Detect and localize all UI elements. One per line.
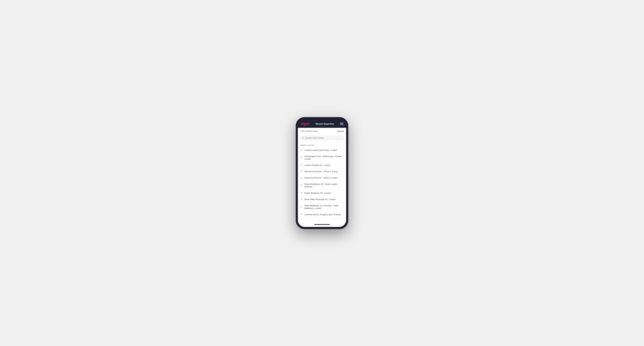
phone-notch bbox=[315, 121, 329, 122]
svg-point-11 bbox=[301, 214, 302, 214]
list-item[interactable]: Richmond Park GC - Prince's, Surrey bbox=[298, 169, 346, 175]
main-content: Find a Golf Course Cancel Nearby courses bbox=[298, 128, 346, 222]
list-item[interactable]: Coombe Hill GC, Kingston upon Thames bbox=[298, 211, 346, 218]
nearby-section-label: Nearby courses bbox=[298, 142, 346, 147]
course-name: London Scottish GC, London bbox=[304, 164, 330, 167]
svg-point-7 bbox=[301, 185, 302, 185]
svg-point-3 bbox=[301, 157, 302, 158]
svg-point-10 bbox=[301, 206, 302, 207]
pin-icon bbox=[300, 164, 303, 167]
find-golf-title: Find a Golf Course bbox=[300, 130, 318, 132]
list-item[interactable]: London Scottish GC, London bbox=[298, 162, 346, 169]
list-item[interactable]: Brent Valley Municipal GC, London bbox=[298, 196, 346, 203]
svg-point-2 bbox=[301, 150, 302, 150]
svg-line-1 bbox=[304, 138, 304, 139]
list-item[interactable]: Central London Golf Centre, London bbox=[298, 147, 346, 154]
course-name: Dukes Meadows GC, London bbox=[304, 192, 331, 194]
svg-point-5 bbox=[301, 171, 302, 171]
svg-point-4 bbox=[301, 165, 302, 165]
search-input[interactable] bbox=[305, 137, 342, 139]
search-input-wrap[interactable] bbox=[300, 136, 344, 140]
pin-icon bbox=[300, 157, 303, 159]
list-item[interactable]: Royal Wimbledon GC, Great London Authori… bbox=[298, 181, 346, 190]
menu-icon[interactable] bbox=[340, 123, 343, 125]
home-indicator bbox=[298, 222, 346, 227]
pin-icon bbox=[300, 198, 303, 200]
search-icon bbox=[302, 137, 304, 139]
svg-point-8 bbox=[301, 192, 302, 193]
course-name: Coombe Hill GC, Kingston upon Thames bbox=[304, 213, 341, 216]
course-name: Royal Wimbledon GC, Great London Authori… bbox=[304, 183, 344, 188]
svg-point-6 bbox=[301, 177, 302, 178]
course-name: Roehampton Club - Roehampton, Greater Lo… bbox=[304, 155, 344, 160]
list-item[interactable]: Roehampton Club - Roehampton, Greater Lo… bbox=[298, 153, 346, 162]
svg-point-9 bbox=[301, 199, 302, 199]
pin-icon bbox=[300, 149, 303, 152]
pin-icon bbox=[300, 213, 303, 216]
course-name: North Middlesex GC (1011942 - North Midd… bbox=[304, 204, 344, 210]
pin-icon bbox=[300, 177, 303, 179]
pin-icon bbox=[300, 192, 303, 194]
phone-frame: clippd Recent Searches Find a Golf Cours… bbox=[296, 117, 348, 229]
top-navbar: clippd Recent Searches bbox=[298, 119, 346, 128]
phone-screen: clippd Recent Searches Find a Golf Cours… bbox=[298, 119, 346, 227]
list-item[interactable]: Richmond Park GC - Duke's, London bbox=[298, 175, 346, 181]
list-item[interactable]: North Middlesex GC (1011942 - North Midd… bbox=[298, 203, 346, 211]
course-name: Central London Golf Centre, London bbox=[304, 149, 337, 152]
home-bar bbox=[314, 224, 330, 225]
course-name: Richmond Park GC - Duke's, London bbox=[304, 176, 338, 179]
search-container bbox=[298, 134, 346, 142]
app-logo: clippd bbox=[301, 122, 310, 126]
pin-icon bbox=[300, 206, 303, 208]
course-list: Central London Golf Centre, London Roeha… bbox=[298, 147, 346, 218]
header-title: Recent Searches bbox=[316, 123, 334, 125]
pin-icon bbox=[300, 171, 303, 173]
cancel-button[interactable]: Cancel bbox=[337, 130, 344, 133]
course-name: Richmond Park GC - Prince's, Surrey bbox=[304, 170, 338, 173]
pin-icon bbox=[300, 184, 303, 187]
list-item[interactable]: Dukes Meadows GC, London bbox=[298, 190, 346, 196]
find-golf-header: Find a Golf Course Cancel bbox=[298, 128, 346, 134]
course-name: Brent Valley Municipal GC, London bbox=[304, 198, 336, 201]
